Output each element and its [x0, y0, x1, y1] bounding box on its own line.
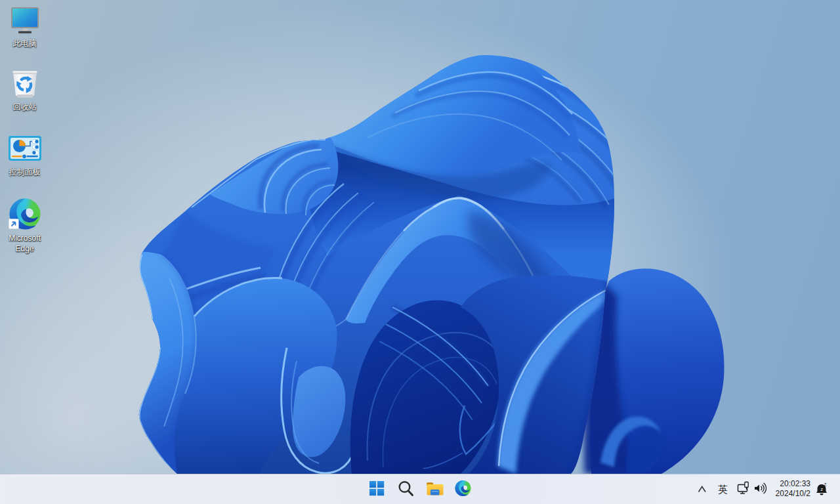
svg-text:Z: Z	[824, 482, 827, 487]
svg-text:英: 英	[718, 484, 728, 495]
svg-text:z: z	[820, 486, 823, 492]
